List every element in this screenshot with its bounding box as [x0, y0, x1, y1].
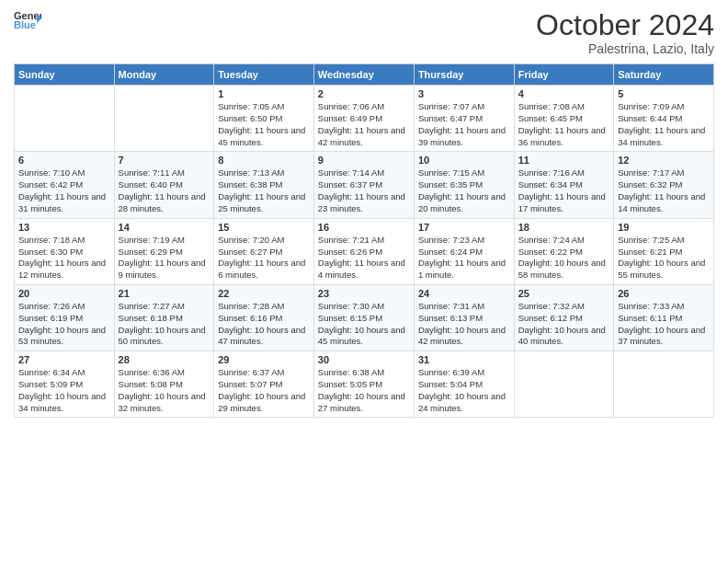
col-thursday: Thursday [414, 64, 514, 86]
col-sunday: Sunday [15, 64, 115, 86]
table-row: 14Sunrise: 7:19 AMSunset: 6:29 PMDayligh… [114, 218, 214, 284]
cell-info: Sunrise: 7:06 AMSunset: 6:49 PMDaylight:… [318, 101, 410, 148]
table-row: 20Sunrise: 7:26 AMSunset: 6:19 PMDayligh… [15, 284, 115, 350]
cell-info: Sunrise: 6:37 AMSunset: 5:07 PMDaylight:… [218, 367, 310, 414]
day-number: 3 [418, 88, 510, 99]
cell-info: Sunrise: 7:30 AMSunset: 6:15 PMDaylight:… [318, 301, 410, 348]
day-number: 9 [318, 155, 410, 166]
table-row: 7Sunrise: 7:11 AMSunset: 6:40 PMDaylight… [114, 152, 214, 218]
day-number: 22 [218, 288, 310, 299]
day-number: 21 [119, 288, 210, 299]
table-row: 1Sunrise: 7:05 AMSunset: 6:50 PMDaylight… [214, 86, 314, 152]
cell-info: Sunrise: 7:24 AMSunset: 6:22 PMDaylight:… [518, 235, 610, 282]
cell-info: Sunrise: 7:14 AMSunset: 6:37 PMDaylight:… [318, 167, 410, 214]
location: Palestrina, Lazio, Italy [536, 41, 714, 56]
cell-info: Sunrise: 7:13 AMSunset: 6:38 PMDaylight:… [218, 167, 310, 214]
cell-info: Sunrise: 7:11 AMSunset: 6:40 PMDaylight:… [119, 167, 210, 214]
day-number: 13 [18, 222, 110, 233]
day-number: 26 [618, 288, 710, 299]
table-row: 26Sunrise: 7:33 AMSunset: 6:11 PMDayligh… [614, 284, 714, 350]
table-row: 4Sunrise: 7:08 AMSunset: 6:45 PMDaylight… [514, 86, 614, 152]
day-number: 5 [618, 88, 710, 99]
table-row: 19Sunrise: 7:25 AMSunset: 6:21 PMDayligh… [614, 218, 714, 284]
cell-info: Sunrise: 7:16 AMSunset: 6:34 PMDaylight:… [518, 167, 610, 214]
page: General Blue October 2024 Palestrina, La… [0, 0, 728, 563]
cell-info: Sunrise: 7:25 AMSunset: 6:21 PMDaylight:… [618, 235, 710, 282]
cell-info: Sunrise: 7:09 AMSunset: 6:44 PMDaylight:… [618, 101, 710, 148]
day-number: 20 [18, 288, 110, 299]
table-row: 11Sunrise: 7:16 AMSunset: 6:34 PMDayligh… [514, 152, 614, 218]
day-number: 6 [18, 155, 110, 166]
table-row [15, 86, 115, 152]
col-monday: Monday [114, 64, 214, 86]
day-number: 10 [418, 155, 510, 166]
cell-info: Sunrise: 7:17 AMSunset: 6:32 PMDaylight:… [618, 167, 710, 214]
cell-info: Sunrise: 7:26 AMSunset: 6:19 PMDaylight:… [18, 301, 110, 348]
day-number: 1 [218, 88, 310, 99]
day-number: 12 [618, 155, 710, 166]
table-row: 29Sunrise: 6:37 AMSunset: 5:07 PMDayligh… [214, 351, 314, 418]
table-row: 15Sunrise: 7:20 AMSunset: 6:27 PMDayligh… [214, 218, 314, 284]
day-number: 15 [218, 222, 310, 233]
day-number: 4 [518, 88, 610, 99]
cell-info: Sunrise: 7:05 AMSunset: 6:50 PMDaylight:… [218, 101, 310, 148]
cell-info: Sunrise: 7:19 AMSunset: 6:29 PMDaylight:… [119, 235, 210, 282]
day-number: 23 [318, 288, 410, 299]
day-number: 18 [518, 222, 610, 233]
table-row [514, 351, 614, 418]
svg-text:Blue: Blue [14, 19, 36, 30]
day-number: 24 [418, 288, 510, 299]
table-row: 5Sunrise: 7:09 AMSunset: 6:44 PMDaylight… [614, 86, 714, 152]
table-row: 21Sunrise: 7:27 AMSunset: 6:18 PMDayligh… [114, 284, 214, 350]
day-number: 25 [518, 288, 610, 299]
table-row: 22Sunrise: 7:28 AMSunset: 6:16 PMDayligh… [214, 284, 314, 350]
table-row [614, 351, 714, 418]
table-row: 30Sunrise: 6:38 AMSunset: 5:05 PMDayligh… [313, 351, 414, 418]
day-number: 2 [318, 88, 410, 99]
table-row: 2Sunrise: 7:06 AMSunset: 6:49 PMDaylight… [313, 86, 414, 152]
day-number: 17 [418, 222, 510, 233]
day-number: 8 [218, 155, 310, 166]
cell-info: Sunrise: 7:28 AMSunset: 6:16 PMDaylight:… [218, 301, 310, 348]
table-row: 8Sunrise: 7:13 AMSunset: 6:38 PMDaylight… [214, 152, 314, 218]
cell-info: Sunrise: 6:34 AMSunset: 5:09 PMDaylight:… [18, 367, 110, 414]
table-row: 16Sunrise: 7:21 AMSunset: 6:26 PMDayligh… [313, 218, 414, 284]
day-number: 19 [618, 222, 710, 233]
col-friday: Friday [514, 64, 614, 86]
calendar-table: Sunday Monday Tuesday Wednesday Thursday… [14, 63, 714, 418]
day-number: 11 [518, 155, 610, 166]
table-row: 3Sunrise: 7:07 AMSunset: 6:47 PMDaylight… [414, 86, 514, 152]
table-row: 31Sunrise: 6:39 AMSunset: 5:04 PMDayligh… [414, 351, 514, 418]
day-number: 7 [119, 155, 210, 166]
table-row: 23Sunrise: 7:30 AMSunset: 6:15 PMDayligh… [313, 284, 414, 350]
title-block: October 2024 Palestrina, Lazio, Italy [536, 9, 714, 56]
day-number: 28 [119, 354, 210, 365]
table-row: 25Sunrise: 7:32 AMSunset: 6:12 PMDayligh… [514, 284, 614, 350]
cell-info: Sunrise: 7:07 AMSunset: 6:47 PMDaylight:… [418, 101, 510, 148]
cell-info: Sunrise: 7:32 AMSunset: 6:12 PMDaylight:… [518, 301, 610, 348]
day-number: 31 [418, 354, 510, 365]
month-title: October 2024 [536, 9, 714, 41]
logo: General Blue [14, 9, 41, 31]
table-row: 13Sunrise: 7:18 AMSunset: 6:30 PMDayligh… [15, 218, 115, 284]
cell-info: Sunrise: 7:18 AMSunset: 6:30 PMDaylight:… [18, 235, 110, 282]
calendar-body: 1Sunrise: 7:05 AMSunset: 6:50 PMDaylight… [15, 86, 714, 418]
day-number: 14 [119, 222, 210, 233]
cell-info: Sunrise: 7:27 AMSunset: 6:18 PMDaylight:… [119, 301, 210, 348]
header: General Blue October 2024 Palestrina, La… [14, 9, 714, 56]
day-number: 30 [318, 354, 410, 365]
day-number: 29 [218, 354, 310, 365]
table-row: 28Sunrise: 6:36 AMSunset: 5:08 PMDayligh… [114, 351, 214, 418]
cell-info: Sunrise: 7:33 AMSunset: 6:11 PMDaylight:… [618, 301, 710, 348]
cell-info: Sunrise: 7:23 AMSunset: 6:24 PMDaylight:… [418, 235, 510, 282]
col-saturday: Saturday [614, 64, 714, 86]
table-row: 6Sunrise: 7:10 AMSunset: 6:42 PMDaylight… [15, 152, 115, 218]
table-row [114, 86, 214, 152]
table-row: 18Sunrise: 7:24 AMSunset: 6:22 PMDayligh… [514, 218, 614, 284]
cell-info: Sunrise: 7:08 AMSunset: 6:45 PMDaylight:… [518, 101, 610, 148]
col-tuesday: Tuesday [214, 64, 314, 86]
cell-info: Sunrise: 6:39 AMSunset: 5:04 PMDaylight:… [418, 367, 510, 414]
cell-info: Sunrise: 7:20 AMSunset: 6:27 PMDaylight:… [218, 235, 310, 282]
table-row: 27Sunrise: 6:34 AMSunset: 5:09 PMDayligh… [15, 351, 115, 418]
cell-info: Sunrise: 7:15 AMSunset: 6:35 PMDaylight:… [418, 167, 510, 214]
